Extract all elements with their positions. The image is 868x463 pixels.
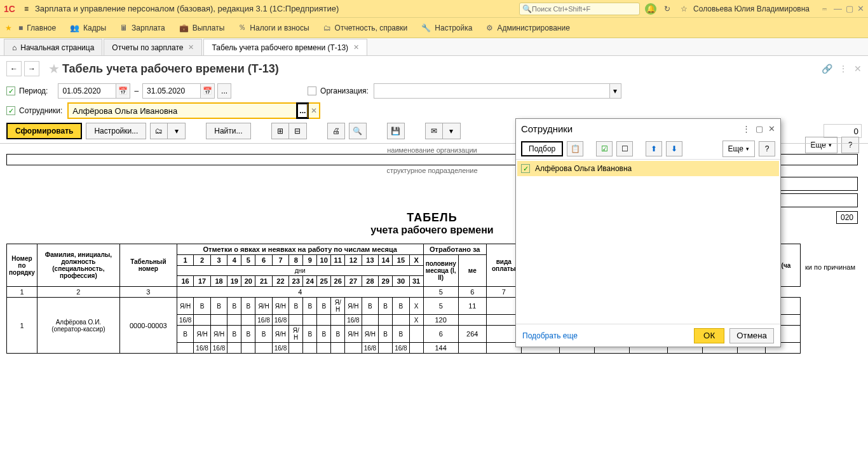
maximize-button[interactable]: ▢ [846,4,853,13]
popup-help-button[interactable]: ? [759,141,775,156]
bell-icon[interactable]: 🔔 [645,3,656,15]
star-icon[interactable]: ☆ [678,4,689,13]
minimize-button[interactable]: — [834,4,842,13]
day-header: 7 [272,255,288,266]
preview-button[interactable]: 🔍 [349,123,367,139]
menu-main[interactable]: ■Главное [18,24,56,32]
employees-popup: Сотрудники ⋮ ▢ ✕ Подбор 📋 ☑ ☐ ⬆ ⬇ Еще▾ ?… [515,118,781,347]
favorites-icon[interactable]: ★ [5,24,12,32]
menu-nalogi[interactable]: ％Налоги и взносы [238,22,309,33]
popup-close-icon[interactable]: ✕ [768,124,775,134]
coln-4: 4 [177,287,423,298]
emp-input[interactable]: ... ✕ [67,102,320,119]
chevron-down-icon[interactable]: ▾ [609,84,621,98]
generate-button[interactable]: Сформировать [6,123,82,139]
tab-home[interactable]: Начальная страница [4,39,102,55]
menu-otchet[interactable]: 🗂Отчетность, справки [323,24,408,32]
global-search[interactable]: 🔍 [519,3,640,15]
popup-kebab-icon[interactable]: ⋮ [742,124,750,134]
period-checkbox[interactable]: ✓ [6,86,15,95]
menu-nastroika[interactable]: 🔧Настройка [421,24,472,32]
sum-field[interactable] [824,124,862,138]
cell: Я/Н [272,298,288,315]
kebab-icon[interactable]: ⋮ [839,64,848,74]
back-button[interactable]: ← [6,61,22,76]
emp-field[interactable] [69,104,297,118]
podbor-button[interactable]: Подбор [521,141,563,156]
cell [289,343,303,354]
menu-zarplata[interactable]: 🖩Зарплата [120,24,165,32]
date-from[interactable]: 📅 [58,83,130,99]
day-header: 27 [345,276,362,287]
collapse-button[interactable]: ⊟ [289,123,307,139]
cell [458,315,486,326]
print-button[interactable]: 🖨 [327,123,345,139]
popup-list-item[interactable]: ✓ Алфёрова Ольга Ивановна [517,161,779,176]
item-checkbox[interactable]: ✓ [521,164,530,173]
cell [303,315,317,326]
day-header: 21 [255,276,272,287]
popup-list[interactable]: ✓ Алфёрова Ольга Ивановна [516,160,780,324]
emp-pick-button[interactable]: ... [296,102,309,119]
cell: 16/8 [177,315,193,326]
variants-button[interactable]: 🗂 [150,123,168,139]
cell: 16/8 [345,315,362,326]
date-from-input[interactable] [58,84,116,98]
popup-more-button[interactable]: Еще▾ [722,141,755,157]
close-page-icon[interactable]: ✕ [854,64,862,74]
cell: Я/Н [345,298,362,315]
save-button[interactable]: 💾 [387,123,405,139]
date-to-input[interactable] [143,84,200,98]
day-header: 12 [345,255,362,266]
org-input[interactable]: ▾ [374,83,621,99]
search-input[interactable] [532,5,637,13]
pick-more-link[interactable]: Подобрать еще [522,331,578,340]
cell: 120 [423,315,458,326]
cell: В [255,326,272,343]
cell: 5 [423,298,458,315]
cell [303,343,317,354]
org-checkbox[interactable] [308,86,316,95]
link-icon[interactable]: 🔗 [822,64,832,74]
settings-button[interactable]: Настройки... [86,123,146,139]
email-button[interactable]: ✉ [425,123,443,139]
tab-tabel[interactable]: Табель учета рабочего времени (Т-13)✕ [203,39,367,55]
menu-icon[interactable]: ≡ [24,4,29,13]
emp-checkbox[interactable]: ✓ [6,106,15,115]
filter-icon[interactable]: ⎓ [818,4,830,13]
menu-kadry[interactable]: 👥Кадры [70,24,106,32]
username: Соловьева Юлия Владимировна [693,4,810,13]
close-icon[interactable]: ✕ [353,43,359,52]
popup-maximize-icon[interactable]: ▢ [756,124,763,134]
menu-admin[interactable]: ⚙Администрирование [486,24,569,32]
calendar-icon[interactable]: 📅 [116,84,130,98]
period-picker-button[interactable]: ... [217,83,231,99]
email-dd[interactable]: ▾ [443,123,461,139]
day-header: 8 [289,255,303,266]
check-all-button[interactable]: ☑ [596,141,613,156]
uncheck-all-button[interactable]: ☐ [616,141,633,156]
paste-button[interactable]: 📋 [567,141,583,156]
menu-vyplaty[interactable]: 💼Выплаты [179,24,225,32]
emp-clear-button[interactable]: ✕ [308,104,319,118]
expand-button[interactable]: ⊞ [271,123,289,139]
tab-reports[interactable]: Отчеты по зарплате✕ [104,39,202,55]
cell [241,315,255,326]
move-up-button[interactable]: ⬆ [646,141,662,156]
ok-button[interactable]: ОК [694,328,724,343]
coln-3: 3 [119,287,177,298]
close-button[interactable]: ✕ [857,4,864,13]
cancel-button[interactable]: Отмена [729,328,774,343]
history-icon[interactable]: ↻ [661,4,673,13]
calendar-icon[interactable]: 📅 [200,84,214,98]
move-down-button[interactable]: ⬇ [666,141,682,156]
close-icon[interactable]: ✕ [188,43,194,52]
filter-row-period: ✓ Период: 📅 – 📅 ... Организация: ▾ [0,81,868,100]
forward-button[interactable]: → [24,61,39,76]
favorite-toggle[interactable]: ★ [48,61,60,76]
find-button[interactable]: Найти... [206,123,250,139]
date-to[interactable]: 📅 [142,83,215,99]
org-field[interactable] [374,84,609,98]
variants-dd[interactable]: ▾ [168,123,186,139]
day-header: 22 [272,276,288,287]
